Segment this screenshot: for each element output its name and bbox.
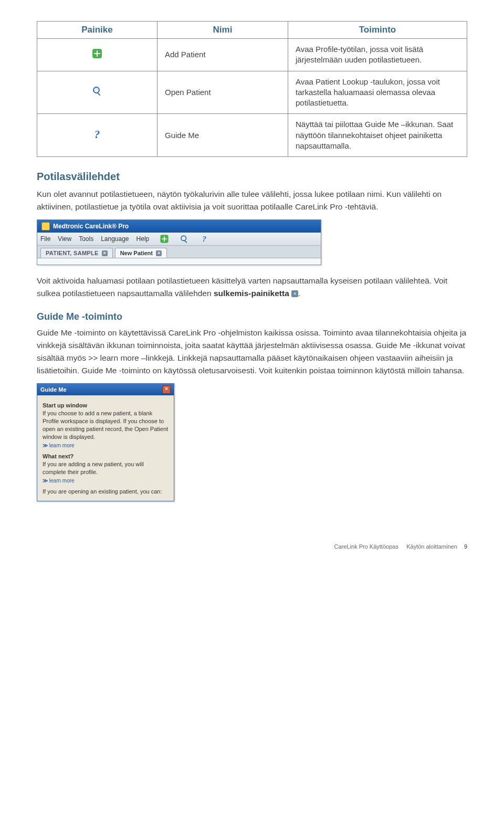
carelink-window-screenshot: Medtronic CareLink® Pro File View Tools … (37, 219, 321, 265)
guide-text-whatnext1: If you are adding a new patient, you wil… (43, 460, 169, 476)
toolbar-reference-table: Painike Nimi Toiminto Add Patient Avaa P… (37, 21, 467, 157)
tab-label: PATIENT, SAMPLE (46, 250, 99, 256)
tab-new-patient[interactable]: New Patient × (115, 248, 167, 258)
cell-desc: Avaa Patient Lookup -taulukon, jossa voi… (288, 71, 467, 114)
table-row: Open Patient Avaa Patient Lookup -tauluk… (37, 71, 467, 114)
guide-title-text: Guide Me (40, 386, 67, 393)
page-footer: CareLink Pro Käyttöopas Käytön aloittami… (37, 543, 467, 550)
guide-me-icon: ? (92, 130, 102, 139)
window-body-placeholder (37, 258, 321, 265)
guide-learn-more-link[interactable]: learn more (43, 442, 169, 449)
footer-manual-name: CareLink Pro Käyttöopas (334, 543, 398, 550)
close-tab-icon-inline: × (291, 290, 298, 297)
para-guide-me: Guide Me -toiminto on käytettävissä Care… (37, 327, 467, 377)
open-patient-icon (92, 86, 102, 96)
guide-me-window-screenshot: Guide Me × Start up window If you choose… (37, 383, 174, 501)
cell-desc: Avaa Profile-työtilan, jossa voit lisätä… (288, 39, 467, 71)
tab-close-icon[interactable]: × (102, 250, 108, 256)
th-painike: Painike (37, 22, 158, 39)
bold-sulkemispainiketta: sulkemis-painiketta (214, 289, 289, 298)
cell-name: Guide Me (158, 114, 288, 157)
tab-close-icon[interactable]: × (156, 250, 162, 256)
cell-desc: Näyttää tai piilottaa Guide Me –ikkunan.… (288, 114, 467, 157)
footer-page-number: 9 (464, 543, 467, 550)
app-icon (41, 222, 50, 230)
footer-chapter: Käytön aloittaminen (406, 543, 457, 550)
window-titlebar: Medtronic CareLink® Pro (37, 220, 321, 233)
tab-label: New Patient (120, 250, 153, 256)
document-page: Painike Nimi Toiminto Add Patient Avaa P… (0, 0, 504, 565)
menu-view[interactable]: View (58, 235, 71, 243)
guide-learn-more-link[interactable]: learn more (43, 477, 169, 485)
para-activation: Voit aktivoida haluamasi potilaan potila… (37, 275, 467, 300)
guide-titlebar: Guide Me × (37, 384, 174, 395)
guide-close-icon[interactable]: × (162, 385, 171, 394)
guide-heading-whatnext: What next? (43, 453, 169, 460)
cell-name: Add Patient (158, 39, 288, 71)
window-title-text: Medtronic CareLink® Pro (53, 223, 129, 230)
menubar: File View Tools Language Help ? (37, 233, 321, 246)
heading-potilasvalilehdet: Potilasvälilehdet (37, 171, 467, 183)
th-nimi: Nimi (158, 22, 288, 39)
add-patient-icon (92, 49, 102, 58)
tab-strip: PATIENT, SAMPLE × New Patient × (37, 246, 321, 258)
text-span: . (298, 289, 300, 298)
cell-name: Open Patient (158, 71, 288, 114)
toolbar-open-icon[interactable] (181, 235, 188, 243)
toolbar-add-icon[interactable] (161, 235, 169, 243)
heading-guide-me-toiminto: Guide Me -toiminto (37, 311, 467, 322)
tab-patient-sample[interactable]: PATIENT, SAMPLE × (40, 248, 113, 258)
menu-file[interactable]: File (40, 235, 50, 243)
para-potilas: Kun olet avannut potilastietueen, näytön… (37, 188, 467, 213)
toolbar-guide-icon[interactable]: ? (200, 234, 209, 244)
guide-text-whatnext2: If you are opening an existing patient, … (43, 488, 169, 496)
guide-text-startup: If you choose to add a new patient, a bl… (43, 410, 169, 440)
guide-body: Start up window If you choose to add a n… (37, 395, 174, 501)
th-toiminto: Toiminto (288, 22, 467, 39)
table-row: Add Patient Avaa Profile-työtilan, jossa… (37, 39, 467, 71)
guide-heading-startup: Start up window (43, 402, 169, 410)
menu-tools[interactable]: Tools (79, 235, 93, 243)
menu-help[interactable]: Help (136, 235, 150, 243)
menu-language[interactable]: Language (101, 235, 129, 243)
table-row: ? Guide Me Näyttää tai piilottaa Guide M… (37, 114, 467, 157)
